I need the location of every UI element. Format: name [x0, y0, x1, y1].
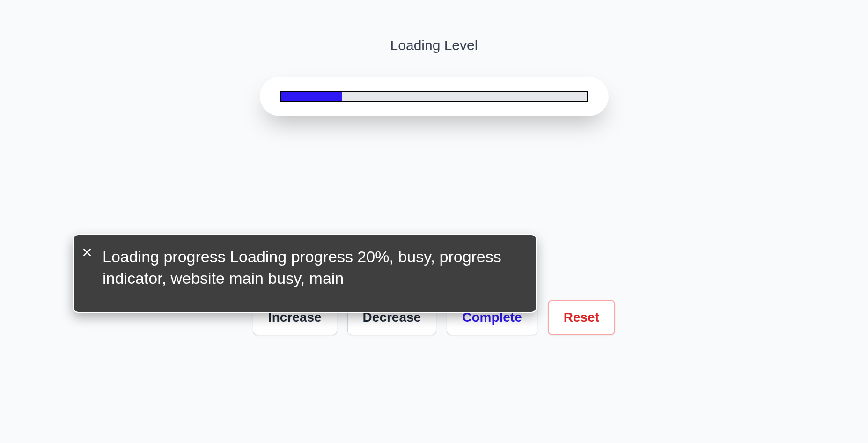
reset-button[interactable]: Reset — [548, 300, 615, 335]
progress-bar-fill — [281, 92, 343, 101]
accessibility-announcement-text: Loading progress Loading progress 20%, b… — [103, 248, 501, 287]
page-title: Loading Level — [390, 37, 478, 53]
progress-bar — [280, 91, 588, 102]
progress-card — [260, 77, 609, 116]
accessibility-announcement-overlay: Loading progress Loading progress 20%, b… — [73, 234, 537, 313]
main-container: Loading Level — [0, 0, 868, 116]
close-icon[interactable] — [82, 242, 92, 252]
